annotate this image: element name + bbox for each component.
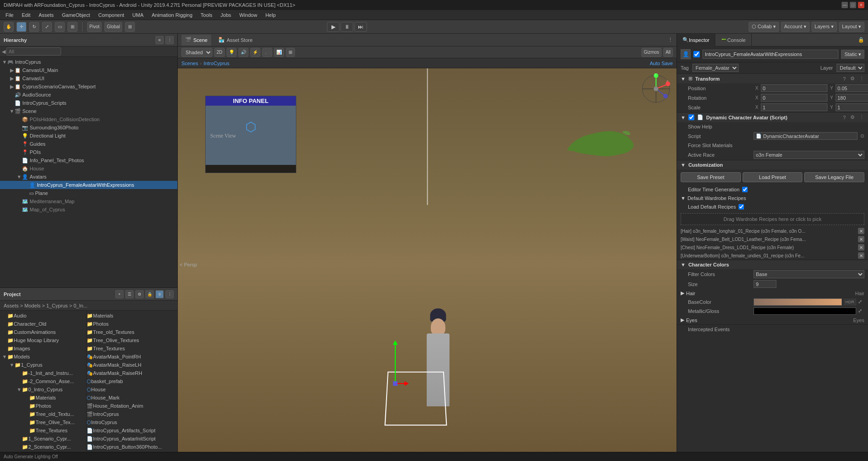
- recipe-remove-button[interactable]: ✕: [858, 244, 864, 251]
- go-name-field[interactable]: [703, 50, 838, 59]
- hierarchy-item-plane[interactable]: ▶ ▭ Plane: [0, 189, 177, 197]
- collab-button[interactable]: ⬡ Collab ▾: [749, 22, 779, 32]
- static-button[interactable]: Static ▾: [841, 50, 864, 59]
- hierarchy-item-canvasui[interactable]: ▶ 📋 CanvasUI: [0, 74, 177, 82]
- layers-button[interactable]: Layers ▾: [811, 22, 837, 32]
- gizmos-button[interactable]: Gizmos: [641, 48, 661, 57]
- editor-time-checkbox[interactable]: [742, 187, 748, 192]
- global-button[interactable]: Global: [104, 22, 122, 32]
- menu-component[interactable]: Component: [94, 11, 128, 19]
- camera-button[interactable]: 🎥: [262, 48, 272, 57]
- proj-item-init[interactable]: ▶ 📁 -1_Init_and_Instru...: [0, 369, 86, 377]
- menu-assets[interactable]: Assets: [35, 11, 57, 19]
- hierarchy-item-avatars[interactable]: ▼ 👤 Avatars: [0, 173, 177, 181]
- step-button[interactable]: ⏭: [354, 22, 367, 32]
- scale-x-input[interactable]: [761, 103, 827, 111]
- customization-header[interactable]: ▼ Customization: [677, 160, 868, 169]
- metallic-swatch[interactable]: [754, 307, 856, 315]
- snap-button[interactable]: ⊞: [125, 22, 135, 32]
- proj-item-mocap[interactable]: ▶ 📁 Huge Mocap Library: [0, 336, 86, 344]
- maximize-button[interactable]: □: [850, 2, 856, 8]
- color-expand-icon[interactable]: ⤢: [858, 299, 864, 305]
- proj-item-treeold[interactable]: ▶ 📁 Tree_old_Textu...: [0, 410, 86, 418]
- go-active-checkbox[interactable]: [693, 51, 700, 57]
- rotation-y-input[interactable]: [836, 94, 868, 102]
- hierarchy-item-scripts[interactable]: ▶ 📄 IntroCyprus_Scripts: [0, 99, 177, 107]
- hierarchy-item-teleport[interactable]: ▶ 📋 CyprusScenarioCanvas_Teleport: [0, 82, 177, 91]
- dca-enabled-checkbox[interactable]: [688, 114, 694, 120]
- menu-edit[interactable]: Edit: [18, 11, 34, 19]
- project-lock-button[interactable]: 🔒: [145, 290, 154, 298]
- console-tab[interactable]: 📟 Console: [715, 34, 751, 46]
- hierarchy-item-canvasuimain[interactable]: ▶ 📋 CanvasUI_Main: [0, 66, 177, 74]
- recipe-remove-button[interactable]: ✕: [858, 236, 864, 242]
- rect-tool-button[interactable]: ▭: [55, 22, 65, 32]
- filter-colors-dropdown[interactable]: Base: [754, 270, 864, 278]
- proj-item-models[interactable]: ▼ 📁 Models: [0, 353, 86, 361]
- proj-file-house[interactable]: ⬡ House: [87, 385, 177, 394]
- proj-item-photos[interactable]: ▶ 📁 Photos: [0, 402, 86, 410]
- proj-file-avatarmask-raiselh[interactable]: 🎭 AvatarMask_RaiseLH: [87, 361, 177, 369]
- transform-tool-button[interactable]: ⊞: [67, 22, 78, 32]
- play-button[interactable]: ▶: [327, 22, 340, 32]
- save-preset-button[interactable]: Save Preset: [681, 172, 741, 182]
- scale-y-input[interactable]: [836, 103, 868, 111]
- all-button[interactable]: All: [663, 48, 673, 57]
- default-wardrobe-header[interactable]: ▼ Default Wardrobe Recipes: [677, 194, 868, 202]
- transform-menu[interactable]: ⋮: [859, 76, 864, 82]
- scene-path-introcyprus[interactable]: IntroCyprus: [203, 61, 229, 66]
- hierarchy-item-poishidden[interactable]: ▶ 📦 POIsHidden_CollisionDetection: [0, 115, 177, 123]
- proj-file-avatarmask-raiserh[interactable]: 🎭 AvatarMask_RaiseRH: [87, 369, 177, 377]
- proj-file-button360[interactable]: 📄 IntroCyprus_Button360Photo...: [87, 443, 177, 451]
- inspector-lock[interactable]: 🔒: [854, 37, 868, 43]
- proj-item-intro[interactable]: ▼ 📁 0_Intro_Cyprus: [0, 385, 86, 394]
- proj-file-artifacts[interactable]: 📄 IntroCyprus_Artifacts_Script: [87, 426, 177, 435]
- position-x-input[interactable]: [761, 84, 827, 92]
- scale-tool-button[interactable]: ⤢: [42, 22, 52, 32]
- hierarchy-menu-button[interactable]: ≡: [155, 36, 164, 44]
- active-race-dropdown[interactable]: o3n Female: [754, 151, 864, 159]
- shading-dropdown[interactable]: Shaded: [181, 48, 212, 57]
- proj-file-treeolive[interactable]: 📁 Tree_Olive_Textures: [87, 336, 177, 344]
- proj-file-materials[interactable]: 📁 Materials: [87, 312, 177, 320]
- rotation-x-input[interactable]: [761, 94, 827, 102]
- proj-item-scenario2[interactable]: ▶ 📁 2_Scenario_Cypr...: [0, 443, 86, 451]
- color-expand-icon[interactable]: ⤢: [858, 308, 864, 314]
- dca-menu[interactable]: ⋮: [859, 114, 864, 120]
- auto-save-button[interactable]: Auto Save: [650, 61, 673, 66]
- script-select[interactable]: ⊙: [860, 133, 864, 139]
- move-tool-button[interactable]: ✛: [16, 22, 26, 32]
- inspector-tab[interactable]: 🔍 Inspector: [677, 34, 715, 46]
- proj-file-photos[interactable]: 📁 Photos: [87, 320, 177, 328]
- account-button[interactable]: Account ▾: [781, 22, 810, 32]
- proj-file-treeold[interactable]: 📁 Tree_old_Textures: [87, 328, 177, 336]
- project-menu-button[interactable]: ⋮: [165, 290, 174, 298]
- project-filter-button[interactable]: ☰: [125, 290, 134, 298]
- dca-header[interactable]: ▼ 📄 Dynamic Character Avatar (Script) ? …: [677, 113, 868, 122]
- menu-gameobject[interactable]: GameObject: [58, 11, 94, 19]
- transform-help[interactable]: ?: [843, 76, 846, 82]
- transform-header[interactable]: ▼ ⊞ Transform ? ⚙ ⋮: [677, 74, 868, 83]
- layout-button[interactable]: Layout ▾: [839, 22, 864, 32]
- hierarchy-item-directional[interactable]: ▶ 💡 Directional Light: [0, 132, 177, 140]
- hierarchy-item-medmap[interactable]: ▶ 🗺️ Mediterranean_Map: [0, 197, 177, 205]
- proj-file-houseanim[interactable]: 🎬 House_Rotation_Anim: [87, 402, 177, 410]
- proj-item-images[interactable]: ▶ 📁 Images: [0, 344, 86, 353]
- position-y-input[interactable]: [836, 84, 868, 92]
- hierarchy-item-female-avatar[interactable]: ▶ 👤 IntroCyprus_FemaleAvatarWithExpressi…: [0, 181, 177, 189]
- hierarchy-options-button[interactable]: ⋮: [165, 36, 174, 44]
- grid-button[interactable]: ⊞: [286, 48, 295, 57]
- rotate-tool-button[interactable]: ↻: [29, 22, 39, 32]
- transform-settings[interactable]: ⚙: [850, 76, 855, 82]
- save-legacy-button[interactable]: Save Legacy File: [804, 172, 864, 182]
- proj-item-treetex[interactable]: ▶ 📁 Tree_Textures: [0, 426, 86, 435]
- menu-animation-rigging[interactable]: Animation Rigging: [148, 11, 196, 19]
- size-input[interactable]: [754, 280, 776, 288]
- dca-help[interactable]: ?: [843, 115, 846, 120]
- hierarchy-item-surrounding[interactable]: ▶ 📷 Surrounding360Photo: [0, 123, 177, 132]
- recipe-remove-button[interactable]: ✕: [858, 228, 864, 234]
- proj-item-charaold[interactable]: ▶ 📁 Character_Old: [0, 320, 86, 328]
- menu-window[interactable]: Window: [236, 11, 261, 19]
- tag-dropdown[interactable]: Female_Avatar: [692, 64, 739, 72]
- dca-settings[interactable]: ⚙: [850, 114, 855, 120]
